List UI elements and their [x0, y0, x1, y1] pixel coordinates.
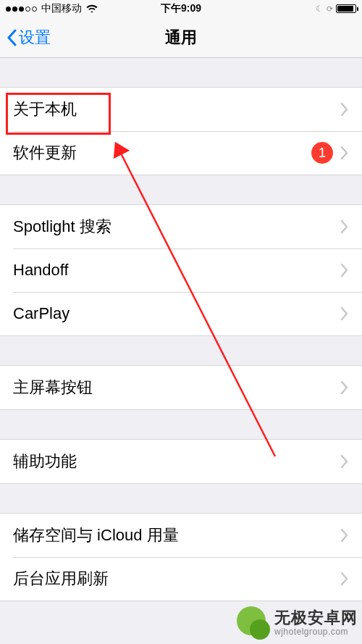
watermark-url: wjhotelgroup.com	[274, 627, 358, 637]
clock-label: 下午9:09	[161, 2, 201, 15]
chevron-right-icon	[340, 380, 349, 395]
watermark: 无极安卓网 wjhotelgroup.com	[237, 606, 358, 640]
rotation-lock-icon: ⟳	[327, 4, 333, 14]
carrier-label: 中国移动	[41, 2, 82, 15]
chevron-right-icon	[340, 219, 349, 234]
row-software-update[interactable]: 软件更新 1	[0, 131, 362, 175]
wifi-icon	[86, 3, 98, 14]
chevron-right-icon	[340, 146, 349, 160]
signal-strength-icon	[6, 7, 37, 12]
row-spotlight[interactable]: Spotlight 搜索	[0, 205, 362, 248]
settings-group-about: 关于本机 软件更新 1	[0, 87, 362, 175]
settings-group-storage: 储存空间与 iCloud 用量 后台应用刷新	[0, 513, 362, 601]
row-storage-icloud[interactable]: 储存空间与 iCloud 用量	[0, 514, 362, 557]
page-title: 通用	[165, 27, 197, 49]
row-label: CarPlay	[13, 304, 340, 323]
battery-icon	[336, 4, 356, 13]
status-bar: 中国移动 下午9:09 ☾ ⟳	[0, 0, 362, 17]
row-label: 后台应用刷新	[13, 568, 340, 590]
status-right-cluster: ☾ ⟳	[316, 4, 356, 14]
row-label: 辅助功能	[13, 451, 340, 472]
chevron-right-icon	[340, 102, 349, 117]
update-badge: 1	[311, 142, 333, 164]
chevron-right-icon	[340, 528, 349, 543]
nav-bar: 设置 通用	[0, 17, 362, 58]
settings-group-accessibility: 辅助功能	[0, 439, 362, 484]
row-label: 关于本机	[13, 99, 340, 120]
settings-group-home-button: 主屏幕按钮	[0, 365, 362, 410]
row-accessibility[interactable]: 辅助功能	[0, 440, 362, 483]
row-handoff[interactable]: Handoff	[0, 248, 362, 292]
back-label: 设置	[19, 27, 51, 49]
settings-group-spotlight: Spotlight 搜索 Handoff CarPlay	[0, 204, 362, 336]
chevron-right-icon	[340, 572, 349, 586]
row-home-button[interactable]: 主屏幕按钮	[0, 366, 362, 409]
chevron-left-icon	[6, 29, 17, 46]
watermark-logo-icon	[237, 606, 270, 640]
row-label: 软件更新	[13, 142, 311, 164]
chevron-right-icon	[340, 263, 349, 277]
row-label: Spotlight 搜索	[13, 216, 340, 238]
row-background-app-refresh[interactable]: 后台应用刷新	[0, 557, 362, 601]
watermark-title: 无极安卓网	[274, 609, 358, 627]
row-carplay[interactable]: CarPlay	[0, 292, 362, 335]
row-about[interactable]: 关于本机	[0, 88, 362, 131]
dnd-moon-icon: ☾	[316, 4, 324, 14]
row-label: Handoff	[13, 261, 340, 280]
row-label: 储存空间与 iCloud 用量	[13, 524, 340, 546]
row-label: 主屏幕按钮	[13, 377, 340, 398]
chevron-right-icon	[340, 306, 349, 321]
chevron-right-icon	[340, 454, 349, 469]
back-button[interactable]: 设置	[6, 27, 51, 49]
